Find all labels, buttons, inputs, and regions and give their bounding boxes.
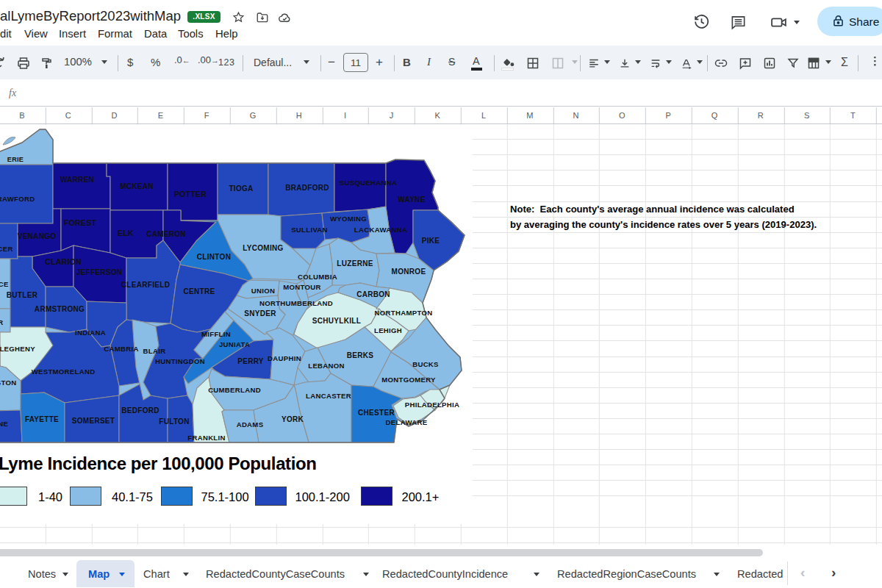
- svg-text:WARREN: WARREN: [60, 176, 94, 184]
- svg-text:BUCKS: BUCKS: [412, 360, 439, 368]
- svg-text:BLAIR: BLAIR: [143, 347, 166, 355]
- svg-text:LEHIGH: LEHIGH: [374, 326, 402, 334]
- svg-text:SNYDER: SNYDER: [244, 309, 276, 318]
- svg-text:LANCASTER: LANCASTER: [306, 392, 351, 400]
- svg-text:MONTGOMERY: MONTGOMERY: [381, 376, 436, 384]
- svg-text:WYOMING: WYOMING: [330, 215, 367, 223]
- svg-text:TIOGA: TIOGA: [229, 184, 253, 193]
- svg-text:INDIANA: INDIANA: [75, 329, 106, 337]
- svg-text:WAYNE: WAYNE: [398, 196, 425, 204]
- svg-text:MONTOUR: MONTOUR: [283, 283, 321, 291]
- svg-text:BRADFORD: BRADFORD: [285, 184, 329, 192]
- svg-text:LAWRENCE: LAWRENCE: [0, 280, 9, 288]
- svg-text:PERRY: PERRY: [237, 357, 264, 365]
- svg-text:FOREST: FOREST: [64, 218, 97, 227]
- svg-text:CRAWFORD: CRAWFORD: [0, 195, 35, 203]
- svg-text:LEBANON: LEBANON: [308, 362, 345, 370]
- svg-text:JEFFERSON: JEFFERSON: [76, 268, 123, 276]
- svg-text:ARMSTRONG: ARMSTRONG: [35, 305, 85, 313]
- svg-text:PHILADELPHIA: PHILADELPHIA: [405, 401, 460, 409]
- svg-text:MERCER: MERCER: [0, 245, 13, 253]
- svg-text:BEAVER: BEAVER: [0, 318, 4, 326]
- svg-text:CUMBERLAND: CUMBERLAND: [208, 386, 261, 394]
- svg-text:WESTMORELAND: WESTMORELAND: [32, 368, 96, 376]
- svg-text:ALLEGHENY: ALLEGHENY: [0, 345, 35, 353]
- svg-text:MCKEAN: MCKEAN: [120, 182, 154, 190]
- svg-text:ADAMS: ADAMS: [237, 420, 264, 429]
- svg-text:FULTON: FULTON: [159, 417, 189, 426]
- svg-text:BUTLER: BUTLER: [7, 291, 38, 299]
- svg-text:PIKE: PIKE: [422, 237, 440, 245]
- svg-text:SCHUYLKILL: SCHUYLKILL: [312, 317, 361, 325]
- svg-text:CAMERON: CAMERON: [146, 230, 186, 238]
- svg-text:CARBON: CARBON: [356, 290, 390, 298]
- svg-text:UNION: UNION: [251, 287, 275, 295]
- svg-text:LACKAWANNA: LACKAWANNA: [354, 226, 407, 234]
- svg-text:NORTHUMBERLAND: NORTHUMBERLAND: [259, 299, 333, 307]
- svg-text:CLINTON: CLINTON: [197, 253, 231, 261]
- svg-text:CAMBRIA: CAMBRIA: [104, 345, 138, 353]
- svg-text:JUNIATA: JUNIATA: [219, 340, 250, 348]
- svg-text:CLARION: CLARION: [45, 257, 82, 266]
- svg-text:ERIE: ERIE: [7, 156, 24, 163]
- svg-text:SULLIVAN: SULLIVAN: [291, 226, 328, 234]
- svg-text:VENANGO: VENANGO: [18, 232, 57, 240]
- svg-text:BEDFORD: BEDFORD: [121, 406, 159, 415]
- svg-text:MIFFLIN: MIFFLIN: [201, 330, 231, 338]
- svg-text:HUNTINGDON: HUNTINGDON: [155, 357, 205, 365]
- svg-text:GREENE: GREENE: [0, 420, 8, 428]
- svg-text:POTTER: POTTER: [174, 190, 207, 198]
- svg-text:BERKS: BERKS: [347, 351, 374, 359]
- svg-text:NORTHAMPTON: NORTHAMPTON: [375, 309, 433, 317]
- svg-text:CHESTER: CHESTER: [358, 409, 395, 417]
- svg-text:MONROE: MONROE: [392, 268, 426, 276]
- svg-text:CENTRE: CENTRE: [184, 287, 215, 295]
- svg-text:SUSQUEHANNA: SUSQUEHANNA: [340, 179, 397, 187]
- svg-text:COLUMBIA: COLUMBIA: [298, 273, 337, 281]
- svg-text:FRANKLIN: FRANKLIN: [187, 434, 225, 442]
- svg-text:CLEARFIELD: CLEARFIELD: [121, 281, 170, 289]
- svg-text:LYCOMING: LYCOMING: [243, 244, 283, 252]
- svg-text:LUZERNE: LUZERNE: [337, 259, 373, 268]
- svg-text:SOMERSET: SOMERSET: [72, 417, 115, 425]
- svg-text:DELAWARE: DELAWARE: [386, 418, 428, 426]
- svg-text:ELK: ELK: [118, 229, 134, 237]
- svg-text:DAUPHIN: DAUPHIN: [268, 354, 301, 362]
- svg-text:YORK: YORK: [282, 415, 304, 423]
- svg-text:WASHINGTON: WASHINGTON: [0, 379, 16, 387]
- svg-text:FAYETTE: FAYETTE: [25, 415, 59, 423]
